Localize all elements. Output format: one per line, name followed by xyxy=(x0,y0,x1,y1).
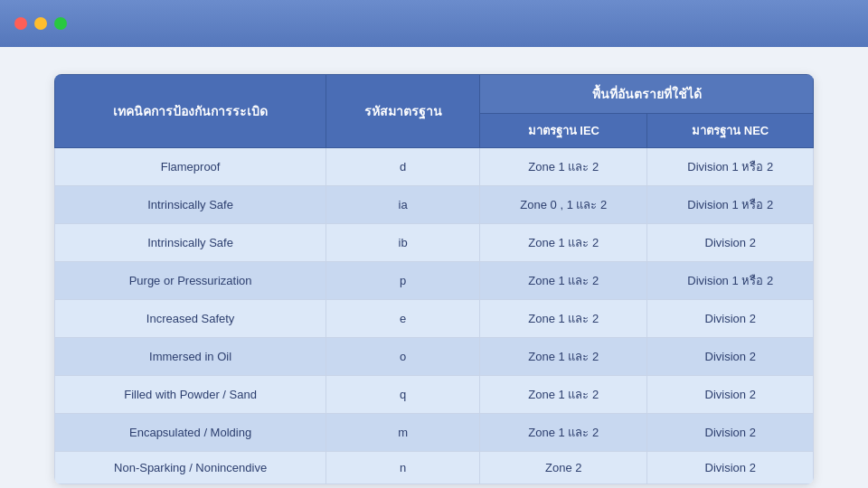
maximize-icon[interactable] xyxy=(54,17,67,30)
technique-cell: Intrinsically Safe xyxy=(55,186,326,224)
iec-cell: Zone 1 และ 2 xyxy=(480,300,647,338)
nec-cell: Division 2 xyxy=(647,338,814,376)
technique-cell: Increased Safety xyxy=(55,300,326,338)
table-row: Purge or PressurizationpZone 1 และ 2Divi… xyxy=(55,262,814,300)
table-row: Encapsulated / MoldingmZone 1 และ 2Divis… xyxy=(55,414,814,452)
nec-cell: Division 2 xyxy=(647,414,814,452)
nec-cell: Division 2 xyxy=(647,300,814,338)
code-cell: ib xyxy=(326,224,480,262)
code-cell: d xyxy=(326,148,480,186)
nec-cell: Division 1 หรือ 2 xyxy=(647,262,814,300)
col-standard-header: รหัสมาตรฐาน xyxy=(326,75,480,148)
protection-techniques-table: เทคนิคการป้องกันการระเบิด รหัสมาตรฐาน พื… xyxy=(54,74,814,484)
table-row: Filled with Powder / SandqZone 1 และ 2Di… xyxy=(55,376,814,414)
iec-cell: Zone 1 และ 2 xyxy=(480,376,647,414)
code-cell: n xyxy=(326,452,480,484)
technique-cell: Flameproof xyxy=(55,148,326,186)
technique-cell: Intrinsically Safe xyxy=(55,224,326,262)
col-nec-header: มาตรฐาน NEC xyxy=(647,114,814,148)
col-technique-header: เทคนิคการป้องกันการระเบิด xyxy=(55,75,326,148)
technique-cell: Immersed in Oil xyxy=(55,338,326,376)
iec-cell: Zone 1 และ 2 xyxy=(480,262,647,300)
iec-cell: Zone 1 และ 2 xyxy=(480,338,647,376)
nec-cell: Division 2 xyxy=(647,452,814,484)
code-cell: p xyxy=(326,262,480,300)
technique-cell: Encapsulated / Molding xyxy=(55,414,326,452)
iec-cell: Zone 1 และ 2 xyxy=(480,148,647,186)
table-row: Non-Sparking / NonincendivenZone 2Divisi… xyxy=(55,452,814,484)
table-row: FlameproofdZone 1 และ 2Division 1 หรือ 2 xyxy=(55,148,814,186)
table-row: Immersed in OiloZone 1 และ 2Division 2 xyxy=(55,338,814,376)
content-area: เทคนิคการป้องกันการระเบิด รหัสมาตรฐาน พื… xyxy=(0,47,868,488)
iec-cell: Zone 0 , 1 และ 2 xyxy=(480,186,647,224)
iec-cell: Zone 1 และ 2 xyxy=(480,414,647,452)
technique-cell: Non-Sparking / Nonincendive xyxy=(55,452,326,484)
code-cell: m xyxy=(326,414,480,452)
nec-cell: Division 2 xyxy=(647,376,814,414)
minimize-icon[interactable] xyxy=(34,17,47,30)
col-iec-header: มาตรฐาน IEC xyxy=(480,114,647,148)
table-wrapper: เทคนิคการป้องกันการระเบิด รหัสมาตรฐาน พื… xyxy=(54,74,814,484)
nec-cell: Division 1 หรือ 2 xyxy=(647,186,814,224)
nec-cell: Division 1 หรือ 2 xyxy=(647,148,814,186)
code-cell: e xyxy=(326,300,480,338)
iec-cell: Zone 1 และ 2 xyxy=(480,224,647,262)
nec-cell: Division 2 xyxy=(647,224,814,262)
code-cell: q xyxy=(326,376,480,414)
table-row: Increased SafetyeZone 1 และ 2Division 2 xyxy=(55,300,814,338)
table-row: Intrinsically SafeibZone 1 และ 2Division… xyxy=(55,224,814,262)
title-bar xyxy=(0,0,868,47)
table-row: Intrinsically SafeiaZone 0 , 1 และ 2Divi… xyxy=(55,186,814,224)
iec-cell: Zone 2 xyxy=(480,452,647,484)
code-cell: ia xyxy=(326,186,480,224)
technique-cell: Purge or Pressurization xyxy=(55,262,326,300)
technique-cell: Filled with Powder / Sand xyxy=(55,376,326,414)
close-icon[interactable] xyxy=(14,17,27,30)
col-zones-span-header: พื้นที่อันตรายที่ใช้ได้ xyxy=(480,75,814,114)
code-cell: o xyxy=(326,338,480,376)
